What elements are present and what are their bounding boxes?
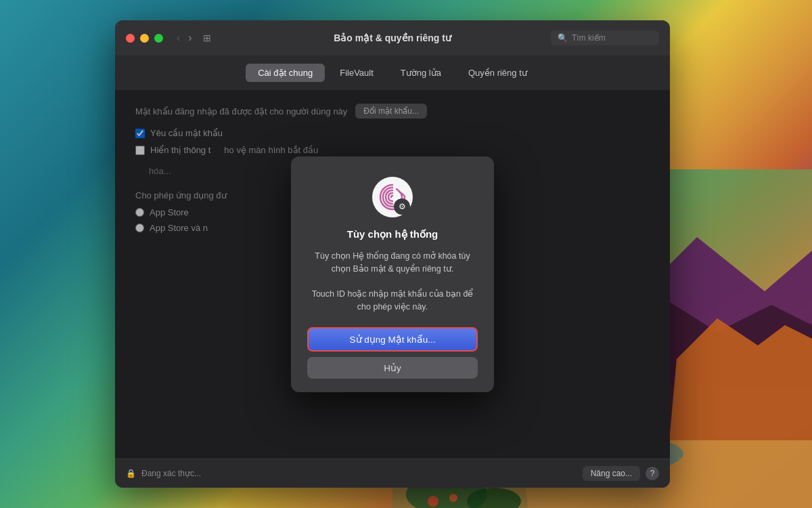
- touchid-icon: ⚙: [371, 175, 414, 219]
- tab-filevault[interactable]: FileVault: [328, 64, 386, 82]
- grid-icon[interactable]: ⊞: [203, 33, 211, 43]
- system-preferences-window: ‹ › ⊞ Bảo mật & quyền riêng tư 🔍 Tìm kiế…: [115, 20, 670, 488]
- tab-bar: Cài đặt chung FileVault Tường lửa Quyền …: [115, 56, 670, 90]
- main-content: Mật khẩu đăng nhập đã được đặt cho người…: [115, 90, 670, 459]
- search-icon: 🔍: [558, 33, 568, 43]
- nav-arrows: ‹ ›: [174, 30, 195, 45]
- tab-general[interactable]: Cài đặt chung: [246, 64, 325, 82]
- titlebar: ‹ › ⊞ Bảo mật & quyền riêng tư 🔍 Tìm kiế…: [115, 20, 670, 56]
- back-arrow[interactable]: ‹: [174, 30, 183, 45]
- forward-arrow[interactable]: ›: [185, 30, 194, 45]
- window-title: Bảo mật & quyền riêng tư: [334, 33, 451, 43]
- cancel-button[interactable]: Hủy: [307, 357, 478, 379]
- search-placeholder: Tìm kiếm: [572, 33, 606, 43]
- minimize-button[interactable]: [140, 34, 149, 43]
- traffic-lights: [126, 34, 163, 43]
- lock-icon: 🔒: [126, 469, 136, 478]
- modal-title: Tùy chọn hệ thống: [347, 228, 438, 240]
- system-options-modal: ⚙ Tùy chọn hệ thống Tùy chọn Hệ thống đa…: [291, 156, 494, 392]
- svg-text:⚙: ⚙: [399, 202, 406, 211]
- modal-description: Tùy chọn Hệ thống đang có mở khóa tùy ch…: [307, 250, 478, 314]
- maximize-button[interactable]: [154, 34, 163, 43]
- search-bar[interactable]: 🔍 Tìm kiếm: [551, 30, 659, 45]
- lock-area: 🔒 Đang xác thực...: [126, 469, 201, 478]
- modal-overlay: ⚙ Tùy chọn hệ thống Tùy chọn Hệ thống đa…: [115, 90, 670, 459]
- lock-status: Đang xác thực...: [141, 469, 201, 478]
- bottombar: 🔒 Đang xác thực... Nâng cao... ?: [115, 459, 670, 488]
- help-button[interactable]: ?: [646, 467, 659, 480]
- use-password-button[interactable]: Sử dụng Mật khẩu...: [307, 327, 478, 352]
- tab-firewall[interactable]: Tường lửa: [388, 64, 453, 82]
- close-button[interactable]: [126, 34, 135, 43]
- advanced-button[interactable]: Nâng cao...: [583, 466, 640, 481]
- tab-privacy[interactable]: Quyền riêng tư: [456, 64, 539, 82]
